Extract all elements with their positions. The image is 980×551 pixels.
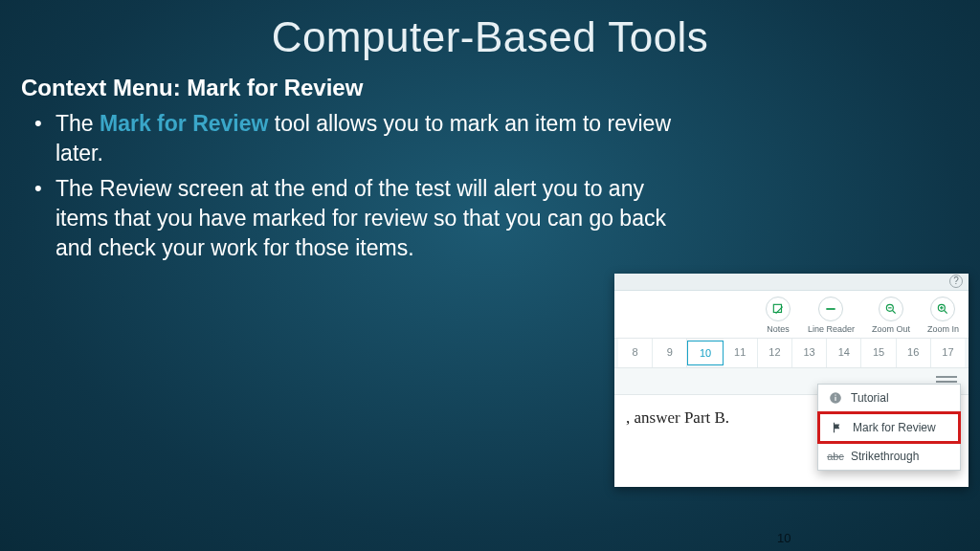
bullet-list: The Mark for Review tool allows you to m…: [21, 109, 959, 263]
toolbar: Notes Line Reader Zoom Out Zoom In: [614, 291, 969, 339]
question-nav-item[interactable]: 10: [687, 341, 723, 365]
question-nav-item[interactable]: 15: [861, 339, 896, 367]
info-icon: [828, 390, 843, 406]
svg-rect-11: [835, 395, 835, 396]
notes-icon: [766, 297, 791, 321]
bullet-1-pre: The: [56, 111, 100, 136]
line-reader-label: Line Reader: [808, 324, 855, 334]
bullet-1-highlight: Mark for Review: [100, 111, 268, 136]
question-fragment: , answer Part B.: [626, 408, 729, 427]
question-nav-item[interactable]: 16: [897, 339, 931, 367]
flag-icon: [830, 420, 845, 435]
svg-line-3: [893, 311, 896, 314]
svg-rect-10: [835, 397, 835, 401]
slide-title: Computer-Based Tools: [0, 0, 980, 61]
menu-tutorial-label: Tutorial: [851, 391, 889, 405]
menu-strike-label: Strikethrough: [851, 450, 919, 463]
bullet-1: The Mark for Review tool allows you to m…: [29, 109, 679, 168]
zoom-out-icon: [879, 297, 903, 321]
menu-item-mark-for-review[interactable]: Mark for Review: [817, 411, 961, 444]
question-nav-item[interactable]: 8: [618, 339, 653, 367]
slide-number: 10: [777, 531, 791, 545]
screenshot-panel: ? Notes Line Reader Zoom Out Zoom In: [614, 274, 969, 487]
line-reader-tool[interactable]: Line Reader: [808, 297, 855, 334]
strikethrough-icon: abc: [828, 449, 843, 464]
line-reader-icon: [818, 297, 843, 321]
question-nav-item[interactable]: 11: [724, 339, 758, 367]
menu-item-strikethrough[interactable]: abc Strikethrough: [818, 443, 960, 470]
zoom-in-icon: [930, 297, 955, 321]
menu-mark-label: Mark for Review: [853, 421, 936, 434]
context-menu: Tutorial Mark for Review abc Strikethrou…: [817, 384, 961, 471]
svg-line-6: [945, 311, 947, 314]
question-nav-item[interactable]: 17: [931, 339, 965, 367]
question-body: , answer Part B. Tutorial Mark for Revie…: [614, 395, 969, 487]
zoom-in-tool[interactable]: Zoom In: [927, 297, 959, 334]
question-nav-item[interactable]: 14: [827, 339, 861, 367]
notes-tool[interactable]: Notes: [766, 297, 791, 334]
subheading: Context Menu: Mark for Review: [21, 75, 959, 101]
bullet-2: The Review screen at the end of the test…: [29, 174, 679, 263]
question-nav-item[interactable]: 9: [653, 339, 687, 367]
notes-label: Notes: [767, 324, 790, 334]
slide-content: Context Menu: Mark for Review The Mark f…: [0, 61, 980, 263]
question-nav-item[interactable]: 13: [792, 339, 827, 367]
question-nav-item[interactable]: 12: [758, 339, 792, 367]
menu-item-tutorial[interactable]: Tutorial: [818, 385, 960, 412]
zoom-in-label: Zoom In: [927, 324, 959, 334]
question-nav: 891011121314151617: [614, 339, 969, 368]
zoom-out-label: Zoom Out: [872, 324, 910, 334]
zoom-out-tool[interactable]: Zoom Out: [872, 297, 910, 334]
panel-top-bar: ?: [614, 274, 969, 291]
help-icon[interactable]: ?: [949, 275, 963, 288]
